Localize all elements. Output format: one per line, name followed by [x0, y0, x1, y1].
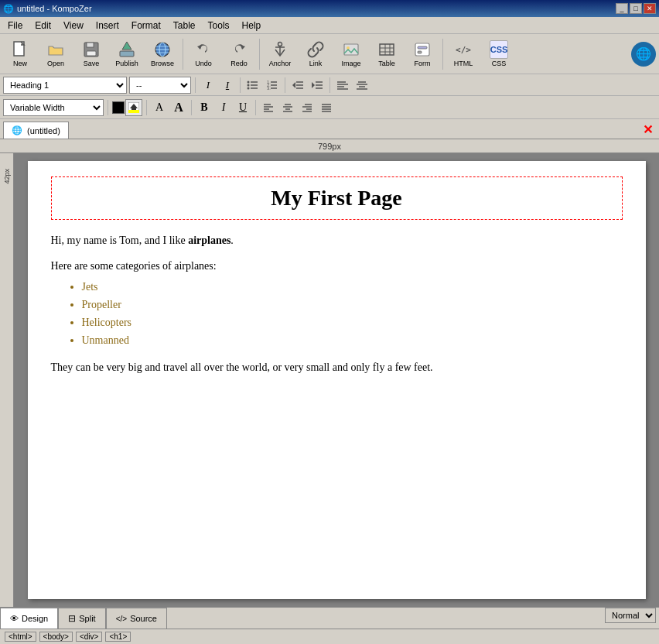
titlebar-left: 🌐 untitled - KompoZer: [3, 4, 92, 14]
link-button[interactable]: Link: [299, 36, 333, 72]
status-html-tag[interactable]: <html>: [5, 632, 36, 642]
menu-format[interactable]: Format: [125, 17, 167, 33]
toolbar3: Variable Width Fixed Width A A B I U: [0, 96, 659, 119]
font-select[interactable]: Variable Width Fixed Width: [3, 99, 104, 116]
browse-label: Browse: [151, 60, 174, 67]
status-body-tag[interactable]: <body>: [39, 632, 73, 642]
unordered-list-btn[interactable]: [244, 77, 261, 94]
tab-title: (untitled): [27, 126, 60, 135]
menu-edit[interactable]: Edit: [29, 17, 57, 33]
redo-button[interactable]: Redo: [222, 36, 256, 72]
text-italic-btn[interactable]: I: [200, 77, 217, 94]
close-button[interactable]: ✕: [644, 3, 656, 14]
toolbar2-separator-3: [285, 77, 285, 93]
svg-rect-4: [120, 51, 134, 57]
align-left-format-btn[interactable]: [260, 99, 277, 116]
page-intro[interactable]: Hi, my name is Tom, and I like airplanes…: [51, 232, 623, 248]
svg-marker-11: [197, 45, 202, 50]
page-list-intro[interactable]: Here are some categories of airplanes:: [51, 258, 623, 274]
italic-btn[interactable]: I: [215, 99, 232, 116]
form-button[interactable]: Form: [405, 36, 439, 72]
align-center-format-btn[interactable]: [279, 99, 296, 116]
image-icon: [342, 40, 360, 59]
image-button[interactable]: Image: [334, 36, 368, 72]
intro-end: .: [230, 235, 234, 246]
toolbar2: Heading 1 Heading 2 Heading 3 Paragraph …: [0, 74, 659, 96]
align-left-btn[interactable]: [334, 77, 351, 94]
svg-point-28: [248, 84, 250, 86]
page-heading[interactable]: My First Page: [51, 176, 623, 220]
tab-split[interactable]: ⊟ Split: [58, 608, 105, 629]
svg-text:3.: 3.: [267, 86, 271, 91]
html-button[interactable]: </> HTML: [446, 36, 480, 72]
zoom-select[interactable]: Normal: [605, 608, 656, 623]
list-item-jets[interactable]: Jets: [82, 279, 623, 295]
menu-file[interactable]: File: [2, 17, 29, 33]
design-tab-label: Design: [22, 614, 48, 623]
browse-button[interactable]: Browse: [145, 36, 179, 72]
color-group: [112, 99, 142, 116]
font-size-increase-btn[interactable]: A: [170, 99, 187, 116]
status-h1-tag[interactable]: <h1>: [105, 632, 131, 642]
css-button[interactable]: CSS CSS: [482, 36, 516, 72]
document-tab[interactable]: 🌐 (untitled): [3, 122, 69, 139]
list-item-helicopters[interactable]: Helicopters: [82, 314, 623, 331]
status-div-tag[interactable]: <div>: [76, 632, 102, 642]
text-italic-btn2[interactable]: I: [219, 77, 236, 94]
toolbar3-separator-1: [108, 100, 108, 115]
svg-point-30: [248, 87, 250, 89]
menu-insert[interactable]: Insert: [90, 17, 125, 33]
publish-button[interactable]: Publish: [110, 36, 144, 72]
new-label: New: [13, 60, 27, 67]
ruler-top: 799px: [0, 139, 659, 153]
save-button[interactable]: Save: [74, 36, 108, 72]
svg-rect-18: [380, 44, 394, 55]
style-select[interactable]: --: [129, 77, 191, 94]
page[interactable]: My First Page Hi, my name is Tom, and I …: [28, 161, 646, 599]
menu-help[interactable]: Help: [236, 17, 268, 33]
window-title: untitled - KompoZer: [17, 4, 92, 13]
svg-rect-55: [128, 110, 139, 113]
outdent-btn[interactable]: [289, 77, 306, 94]
menu-tools[interactable]: Tools: [202, 17, 236, 33]
bold-btn[interactable]: B: [196, 99, 213, 116]
menu-table[interactable]: Table: [167, 17, 202, 33]
tab-design[interactable]: 👁 Design: [0, 608, 58, 629]
open-button[interactable]: Open: [39, 36, 73, 72]
save-icon: [82, 40, 101, 59]
save-label: Save: [84, 60, 100, 67]
split-tab-label: Split: [79, 614, 95, 623]
page-area[interactable]: My First Page Hi, my name is Tom, and I …: [14, 153, 659, 607]
anchor-button[interactable]: Anchor: [263, 36, 297, 72]
menubar: File Edit View Insert Format Table Tools…: [0, 17, 659, 34]
align-center-btn[interactable]: [353, 77, 370, 94]
svg-marker-42: [312, 82, 315, 88]
undo-button[interactable]: Undo: [186, 36, 220, 72]
bottom-tabs: 👁 Design ⊟ Split </> Source: [0, 608, 167, 629]
ordered-list-btn[interactable]: 1.2.3.: [264, 77, 281, 94]
menu-view[interactable]: View: [57, 17, 90, 33]
svg-rect-24: [418, 46, 427, 49]
html-label: HTML: [454, 60, 473, 67]
list-item-propeller[interactable]: Propeller: [82, 296, 623, 313]
table-button[interactable]: Table: [370, 36, 404, 72]
heading-select[interactable]: Heading 1 Heading 2 Heading 3 Paragraph: [3, 77, 127, 94]
tab-bar: 🌐 (untitled) ✕: [0, 119, 659, 139]
toolbar-separator-1: [183, 39, 183, 70]
minimize-button[interactable]: _: [616, 3, 628, 14]
toolbar3-separator-2: [146, 100, 147, 115]
indent-btn[interactable]: [309, 77, 326, 94]
svg-point-13: [278, 43, 282, 46]
justify-format-btn[interactable]: [318, 99, 335, 116]
background-color-btn[interactable]: [125, 99, 142, 116]
font-size-decrease-btn[interactable]: A: [151, 99, 168, 116]
tab-source[interactable]: </> Source: [106, 608, 167, 629]
maximize-button[interactable]: □: [630, 3, 642, 14]
list-item-unmanned[interactable]: Unmanned: [82, 332, 623, 348]
tab-close-icon[interactable]: ✕: [643, 122, 653, 137]
new-button[interactable]: New: [3, 36, 37, 72]
text-color-swatch[interactable]: [112, 101, 125, 114]
align-right-format-btn[interactable]: [299, 99, 316, 116]
page-conclusion[interactable]: They can be very big and travel all over…: [51, 359, 623, 375]
underline-btn[interactable]: U: [234, 99, 251, 116]
